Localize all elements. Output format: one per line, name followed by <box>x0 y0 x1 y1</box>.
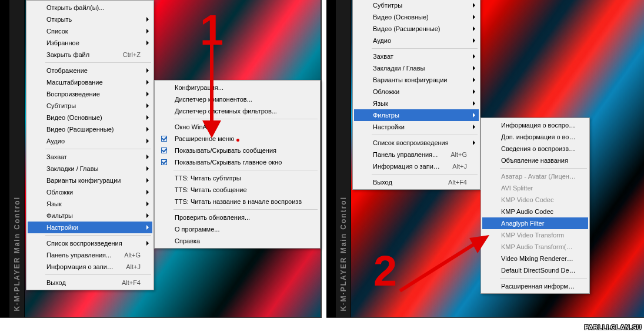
menu-item-label: Список воспроизведения <box>44 240 141 247</box>
main-menu-item[interactable]: Воспроизведение <box>28 88 152 100</box>
menu-item-gutter <box>28 222 44 233</box>
main-menu-item[interactable]: Фильтры <box>354 109 479 121</box>
main-menu-item[interactable]: Информация о записи...Alt+J <box>354 160 479 172</box>
main-menu-item[interactable]: Список воспроизведения <box>354 137 479 149</box>
menu-item-label: Закрыть файл <box>44 51 111 58</box>
main-menu-item[interactable]: Закладки / Главы <box>354 62 479 74</box>
settings-submenu-item[interactable]: О программе... <box>156 223 319 235</box>
main-menu-item[interactable]: Видео (Основные) <box>28 112 152 123</box>
main-menu-item[interactable]: Видео (Расширенные) <box>354 23 479 35</box>
menu-item-gutter <box>28 175 44 186</box>
check-icon <box>161 159 167 165</box>
menu-item-gutter <box>156 105 172 117</box>
main-menu-item[interactable]: Обложки <box>354 86 479 98</box>
main-menu-item[interactable]: Закладки / Главы <box>28 163 152 175</box>
menu-item-shortcut: Alt+J <box>441 163 467 170</box>
black-edge <box>326 0 336 317</box>
main-menu-item[interactable]: ВыходAlt+F4 <box>354 176 479 188</box>
settings-submenu-item[interactable]: TTS: Читать субтитры <box>156 172 319 184</box>
main-menu-item[interactable]: Язык <box>354 98 479 109</box>
kmp-sidebar-title: K·M·PLAYER Main Control <box>13 196 21 311</box>
filters-submenu-item[interactable]: Расширенная информация о <box>482 280 588 292</box>
settings-submenu-item[interactable]: Проверить обновления... <box>156 212 319 223</box>
main-menu-item[interactable]: Захват <box>354 51 479 62</box>
menu-item-gutter <box>28 14 44 25</box>
main-menu-item[interactable]: Фильтры <box>28 210 152 222</box>
main-menu-item[interactable]: Варианты конфигурации <box>28 175 152 186</box>
chevron-right-icon <box>146 103 149 108</box>
context-submenu-settings[interactable]: Конфигурация...Диспетчер компонентов...Д… <box>154 80 321 249</box>
settings-submenu-item[interactable]: Расширенное меню <box>156 133 319 145</box>
filters-submenu-item[interactable]: KMP Audio Codec <box>482 206 588 217</box>
settings-submenu-item[interactable]: Окно WinAmp <box>156 121 319 133</box>
main-menu-item[interactable]: Информация о записи...Alt+J <box>28 261 152 273</box>
context-menu-main[interactable]: СубтитрыВидео (Основные)Видео (Расширенн… <box>352 0 481 190</box>
main-menu-item[interactable]: Избранное <box>28 37 152 49</box>
filters-submenu-item: KMP Video Transform <box>482 229 588 241</box>
filters-submenu-item[interactable]: Информация о воспроизведе <box>482 119 588 131</box>
settings-submenu-item[interactable]: TTS: Читать название в начале воспроизв <box>156 196 319 207</box>
main-menu-item[interactable]: Панель управления...Alt+G <box>28 249 152 261</box>
kmp-sidebar: K·M·PLAYER Main Control <box>9 0 25 317</box>
menu-item-label: Выход <box>44 279 110 286</box>
main-menu-item[interactable]: Субтитры <box>354 0 479 11</box>
main-menu-item[interactable]: Панель управления...Alt+G <box>354 149 479 160</box>
main-menu-item[interactable]: Видео (Основные) <box>354 11 479 23</box>
menu-item-gutter <box>482 229 499 241</box>
context-menu-main[interactable]: Открыть файл(ы)...ОткрытьСписокИзбранное… <box>26 0 154 290</box>
settings-submenu-item[interactable]: TTS: Читать сообщение <box>156 184 319 196</box>
main-menu-item[interactable]: Обложки <box>28 186 152 198</box>
menu-item-label: Информация о записи... <box>44 263 114 270</box>
menu-item-shortcut: Alt+J <box>114 263 141 270</box>
main-menu-item[interactable]: Язык <box>28 198 152 210</box>
watermark: FARLLI.CLAN.SU <box>585 324 642 331</box>
menu-item-label: Объявление названия <box>499 157 576 164</box>
menu-item-label: KMP Audio Codec <box>499 208 576 215</box>
menu-item-label: Видео (Расширенные) <box>371 25 467 32</box>
main-menu-item[interactable]: Список воспроизведения <box>28 237 152 249</box>
settings-submenu-item[interactable]: Конфигурация... <box>156 82 319 93</box>
chevron-right-icon <box>146 225 149 230</box>
main-menu-item[interactable]: ВыходAlt+F4 <box>28 277 152 289</box>
main-menu-item[interactable]: Аудио <box>28 135 152 147</box>
main-menu-item[interactable]: Варианты конфигурации <box>354 74 479 86</box>
filters-submenu-item[interactable]: Video Mixing Renderer9(Windo <box>482 253 588 264</box>
menu-item-gutter <box>156 121 172 133</box>
filters-submenu-item[interactable]: Default DirectSound Device <box>482 264 588 276</box>
menu-item-gutter <box>482 170 499 182</box>
menu-item-label: Субтитры <box>371 2 467 9</box>
chevron-right-icon <box>473 78 475 82</box>
menu-item-gutter <box>354 23 371 35</box>
main-menu-item[interactable]: Открыть <box>28 14 152 25</box>
settings-submenu-item[interactable]: Справка <box>156 235 319 247</box>
main-menu-item[interactable]: Захват <box>28 151 152 163</box>
filters-submenu-item[interactable]: Anaglyph Filter <box>482 217 588 229</box>
main-menu-item[interactable]: Настройки <box>354 121 479 133</box>
menu-item-label: Аудио <box>44 138 141 145</box>
menu-item-label: Захват <box>44 153 141 160</box>
menu-item-label: О программе... <box>172 226 307 233</box>
main-menu-item[interactable]: Отображение <box>28 65 152 76</box>
main-menu-item[interactable]: Закрыть файлCtrl+Z <box>28 49 152 61</box>
main-menu-item[interactable]: Открыть файл(ы)... <box>28 2 152 14</box>
main-menu-item[interactable]: Настройки <box>28 222 152 233</box>
menu-item-label: KMP Video Transform <box>499 232 576 239</box>
main-menu-item[interactable]: Видео (Расширенные) <box>28 123 152 135</box>
main-menu-item[interactable]: Масштабирование <box>28 76 152 88</box>
main-menu-item[interactable]: Аудио <box>354 35 479 46</box>
main-menu-item[interactable]: Список <box>28 25 152 37</box>
settings-submenu-item[interactable]: Показывать/Скрывать сообщения <box>156 145 319 156</box>
menu-item-label: Панель управления... <box>371 151 439 158</box>
filters-submenu-item[interactable]: Объявление названия <box>482 155 588 166</box>
main-menu-item[interactable]: Субтитры <box>28 100 152 112</box>
settings-submenu-item[interactable]: Показывать/Скрывать главное окно <box>156 156 319 168</box>
settings-submenu-item[interactable]: Диспетчер компонентов... <box>156 93 319 105</box>
filters-submenu-item[interactable]: Доп. информация о воспроиз <box>482 131 588 143</box>
menu-item-gutter <box>28 123 44 135</box>
settings-submenu-item[interactable]: Диспетчер системных фильтров... <box>156 105 319 117</box>
chevron-right-icon <box>146 115 149 120</box>
filters-submenu-item[interactable]: Сведения о воспроизведении <box>482 143 588 155</box>
menu-item-gutter <box>354 51 371 62</box>
context-submenu-filters[interactable]: Информация о воспроизведеДоп. информация… <box>481 118 590 294</box>
menu-item-gutter <box>482 217 499 229</box>
